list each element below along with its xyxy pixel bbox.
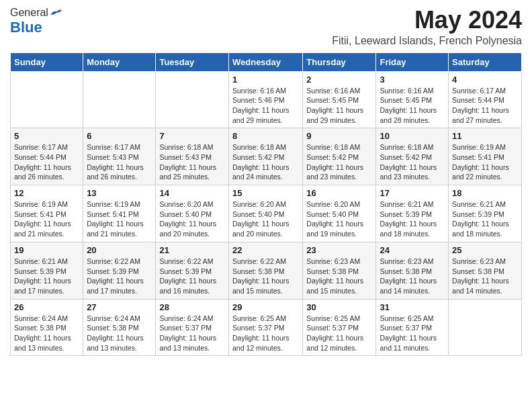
table-row: 1Sunrise: 6:16 AM Sunset: 5:46 PM Daylig…: [228, 71, 302, 128]
day-number: 4: [452, 75, 518, 85]
calendar-week-row: 5Sunrise: 6:17 AM Sunset: 5:44 PM Daylig…: [11, 128, 522, 185]
table-row: 8Sunrise: 6:18 AM Sunset: 5:42 PM Daylig…: [228, 128, 302, 185]
day-info: Sunrise: 6:22 AM Sunset: 5:39 PM Dayligh…: [87, 257, 152, 296]
table-row: 21Sunrise: 6:22 AM Sunset: 5:39 PM Dayli…: [156, 242, 229, 299]
day-info: Sunrise: 6:17 AM Sunset: 5:44 PM Dayligh…: [14, 142, 79, 182]
day-number: 11: [452, 131, 518, 141]
day-info: Sunrise: 6:24 AM Sunset: 5:37 PM Dayligh…: [159, 314, 225, 353]
calendar-week-row: 1Sunrise: 6:16 AM Sunset: 5:46 PM Daylig…: [11, 71, 522, 128]
day-number: 6: [87, 131, 152, 141]
day-info: Sunrise: 6:21 AM Sunset: 5:39 PM Dayligh…: [14, 257, 79, 296]
day-number: 5: [14, 131, 79, 141]
calendar-title: May 2024: [332, 7, 522, 34]
day-info: Sunrise: 6:18 AM Sunset: 5:42 PM Dayligh…: [380, 142, 445, 182]
table-row: 4Sunrise: 6:17 AM Sunset: 5:44 PM Daylig…: [449, 71, 522, 128]
day-info: Sunrise: 6:21 AM Sunset: 5:39 PM Dayligh…: [380, 199, 445, 239]
header-thursday: Thursday: [303, 52, 376, 71]
day-info: Sunrise: 6:24 AM Sunset: 5:38 PM Dayligh…: [14, 314, 79, 353]
title-block: May 2024 Fitii, Leeward Islands, French …: [332, 7, 522, 47]
table-row: 26Sunrise: 6:24 AM Sunset: 5:38 PM Dayli…: [11, 299, 83, 356]
day-number: 20: [87, 245, 152, 255]
day-number: 18: [452, 188, 518, 198]
day-number: 29: [232, 302, 299, 312]
table-row: 22Sunrise: 6:22 AM Sunset: 5:38 PM Dayli…: [228, 242, 302, 299]
day-number: 31: [380, 302, 445, 312]
table-row: 23Sunrise: 6:23 AM Sunset: 5:38 PM Dayli…: [303, 242, 376, 299]
day-info: Sunrise: 6:19 AM Sunset: 5:41 PM Dayligh…: [14, 199, 79, 239]
day-number: 2: [306, 75, 372, 85]
table-row: 20Sunrise: 6:22 AM Sunset: 5:39 PM Dayli…: [83, 242, 156, 299]
logo-general-text: General: [10, 7, 48, 19]
table-row: 31Sunrise: 6:25 AM Sunset: 5:37 PM Dayli…: [376, 299, 449, 356]
logo-bird-icon: [50, 7, 62, 19]
header-saturday: Saturday: [449, 52, 522, 71]
day-number: 27: [87, 302, 152, 312]
day-number: 23: [306, 245, 372, 255]
header-tuesday: Tuesday: [156, 52, 229, 71]
header: General Blue May 2024 Fitii, Leeward Isl…: [10, 7, 522, 47]
day-info: Sunrise: 6:17 AM Sunset: 5:44 PM Dayligh…: [452, 86, 518, 126]
day-info: Sunrise: 6:20 AM Sunset: 5:40 PM Dayligh…: [306, 199, 372, 239]
day-info: Sunrise: 6:25 AM Sunset: 5:37 PM Dayligh…: [232, 314, 299, 353]
header-sunday: Sunday: [11, 52, 83, 71]
day-info: Sunrise: 6:22 AM Sunset: 5:39 PM Dayligh…: [159, 257, 225, 296]
calendar-location: Fitii, Leeward Islands, French Polynesia: [332, 35, 522, 47]
table-row: 14Sunrise: 6:20 AM Sunset: 5:40 PM Dayli…: [156, 185, 229, 242]
day-number: 26: [14, 302, 79, 312]
table-row: [11, 71, 83, 128]
day-info: Sunrise: 6:18 AM Sunset: 5:43 PM Dayligh…: [159, 142, 225, 182]
header-monday: Monday: [83, 52, 156, 71]
day-info: Sunrise: 6:23 AM Sunset: 5:38 PM Dayligh…: [452, 257, 518, 296]
table-row: 13Sunrise: 6:19 AM Sunset: 5:41 PM Dayli…: [83, 185, 156, 242]
day-number: 15: [232, 188, 299, 198]
day-info: Sunrise: 6:19 AM Sunset: 5:41 PM Dayligh…: [87, 199, 152, 239]
table-row: [449, 299, 522, 356]
day-info: Sunrise: 6:16 AM Sunset: 5:46 PM Dayligh…: [232, 86, 299, 126]
day-number: 22: [232, 245, 299, 255]
day-info: Sunrise: 6:20 AM Sunset: 5:40 PM Dayligh…: [159, 199, 225, 239]
day-info: Sunrise: 6:23 AM Sunset: 5:38 PM Dayligh…: [306, 257, 372, 296]
page: General Blue May 2024 Fitii, Leeward Isl…: [0, 0, 532, 366]
calendar-table: Sunday Monday Tuesday Wednesday Thursday…: [10, 52, 522, 357]
day-info: Sunrise: 6:16 AM Sunset: 5:45 PM Dayligh…: [306, 86, 372, 126]
table-row: 30Sunrise: 6:25 AM Sunset: 5:37 PM Dayli…: [303, 299, 376, 356]
calendar-week-row: 19Sunrise: 6:21 AM Sunset: 5:39 PM Dayli…: [11, 242, 522, 299]
table-row: [83, 71, 156, 128]
table-row: 19Sunrise: 6:21 AM Sunset: 5:39 PM Dayli…: [11, 242, 83, 299]
table-row: 15Sunrise: 6:20 AM Sunset: 5:40 PM Dayli…: [228, 185, 302, 242]
table-row: 2Sunrise: 6:16 AM Sunset: 5:45 PM Daylig…: [303, 71, 376, 128]
table-row: 7Sunrise: 6:18 AM Sunset: 5:43 PM Daylig…: [156, 128, 229, 185]
table-row: 12Sunrise: 6:19 AM Sunset: 5:41 PM Dayli…: [11, 185, 83, 242]
day-number: 24: [380, 245, 445, 255]
day-info: Sunrise: 6:19 AM Sunset: 5:41 PM Dayligh…: [452, 142, 518, 182]
table-row: [156, 71, 229, 128]
table-row: 28Sunrise: 6:24 AM Sunset: 5:37 PM Dayli…: [156, 299, 229, 356]
day-number: 17: [380, 188, 445, 198]
table-row: 18Sunrise: 6:21 AM Sunset: 5:39 PM Dayli…: [449, 185, 522, 242]
day-info: Sunrise: 6:25 AM Sunset: 5:37 PM Dayligh…: [380, 314, 445, 353]
logo-blue-text: Blue: [10, 19, 42, 36]
day-info: Sunrise: 6:24 AM Sunset: 5:38 PM Dayligh…: [87, 314, 152, 353]
header-friday: Friday: [376, 52, 449, 71]
day-info: Sunrise: 6:25 AM Sunset: 5:37 PM Dayligh…: [306, 314, 372, 353]
calendar-week-row: 26Sunrise: 6:24 AM Sunset: 5:38 PM Dayli…: [11, 299, 522, 356]
calendar-header-row: Sunday Monday Tuesday Wednesday Thursday…: [11, 52, 522, 71]
day-number: 14: [159, 188, 225, 198]
day-info: Sunrise: 6:16 AM Sunset: 5:45 PM Dayligh…: [380, 86, 445, 126]
table-row: 9Sunrise: 6:18 AM Sunset: 5:42 PM Daylig…: [303, 128, 376, 185]
day-number: 1: [232, 75, 299, 85]
day-number: 3: [380, 75, 445, 85]
day-number: 7: [159, 131, 225, 141]
table-row: 16Sunrise: 6:20 AM Sunset: 5:40 PM Dayli…: [303, 185, 376, 242]
day-info: Sunrise: 6:20 AM Sunset: 5:40 PM Dayligh…: [232, 199, 299, 239]
day-number: 25: [452, 245, 518, 255]
day-info: Sunrise: 6:23 AM Sunset: 5:38 PM Dayligh…: [380, 257, 445, 296]
day-number: 8: [232, 131, 299, 141]
table-row: 25Sunrise: 6:23 AM Sunset: 5:38 PM Dayli…: [449, 242, 522, 299]
day-info: Sunrise: 6:22 AM Sunset: 5:38 PM Dayligh…: [232, 257, 299, 296]
table-row: 24Sunrise: 6:23 AM Sunset: 5:38 PM Dayli…: [376, 242, 449, 299]
table-row: 5Sunrise: 6:17 AM Sunset: 5:44 PM Daylig…: [11, 128, 83, 185]
day-number: 21: [159, 245, 225, 255]
day-number: 19: [14, 245, 79, 255]
day-number: 13: [87, 188, 152, 198]
